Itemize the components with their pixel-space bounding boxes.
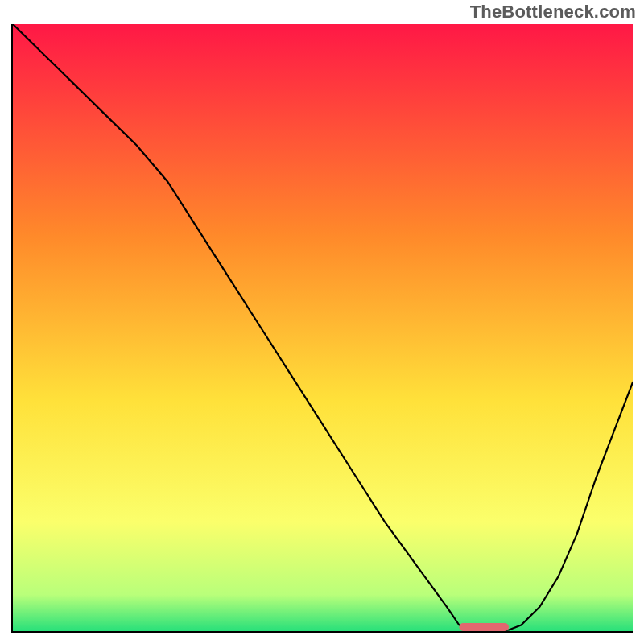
gradient-rect xyxy=(13,24,633,631)
plot-area xyxy=(11,24,633,633)
chart-frame: TheBottleneck.com xyxy=(0,0,644,644)
watermark-text: TheBottleneck.com xyxy=(470,2,636,23)
gradient-background xyxy=(13,24,633,631)
